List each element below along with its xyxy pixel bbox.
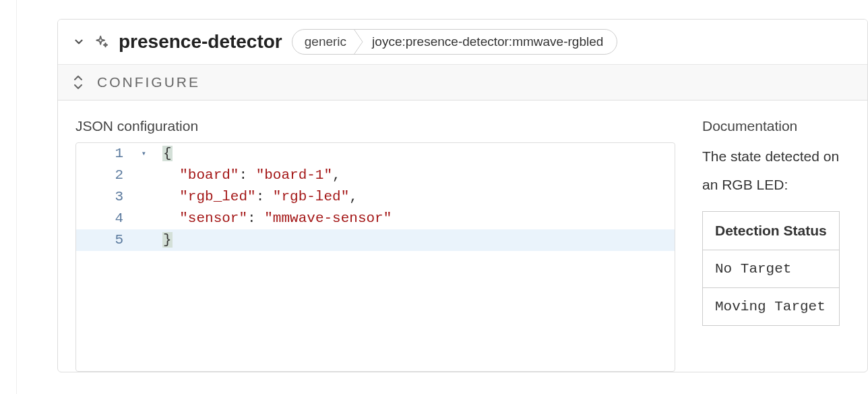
collapse-icon[interactable] <box>73 76 84 89</box>
breadcrumb-generic[interactable]: generic <box>292 30 360 54</box>
detection-status-table: Detection Status No Target Moving Target <box>702 211 840 326</box>
breadcrumb-model[interactable]: joyce:presence-detector:mmwave-rgbled <box>360 30 617 54</box>
json-config-label: JSON configuration <box>75 118 675 134</box>
line-number: 5 <box>115 232 123 248</box>
documentation-label: Documentation <box>702 118 850 134</box>
json-editor[interactable]: 1▾ { 2 "board": "board-1", 3 "rgb_led": … <box>75 142 675 372</box>
breadcrumb: generic joyce:presence-detector:mmwave-r… <box>292 29 618 55</box>
component-card: presence-detector generic joyce:presence… <box>57 19 868 372</box>
documentation-intro: The state detected on an RGB LED: <box>702 142 850 199</box>
left-rail <box>0 0 17 394</box>
sparkle-icon <box>94 34 109 49</box>
line-number: 3 <box>115 189 123 204</box>
code-value: "rgb-led" <box>273 189 349 204</box>
code-key: "sensor" <box>179 210 247 226</box>
table-row: Moving Target <box>703 288 840 326</box>
code-value: "mmwave-sensor" <box>264 210 392 226</box>
code-brace-open: { <box>162 146 173 161</box>
line-number: 1 <box>115 146 123 161</box>
code-value: "board-1" <box>256 167 332 183</box>
line-number: 2 <box>115 167 123 183</box>
component-title: presence-detector <box>119 31 282 53</box>
table-header: Detection Status <box>703 212 840 250</box>
line-number: 4 <box>115 210 123 226</box>
chevron-down-icon[interactable] <box>73 36 85 48</box>
table-row: No Target <box>703 250 840 288</box>
fold-arrow-icon[interactable]: ▾ <box>142 143 146 165</box>
configure-label: Configure <box>97 74 200 90</box>
code-key: "rgb_led" <box>179 189 255 204</box>
card-header: presence-detector generic joyce:presence… <box>58 20 867 65</box>
configure-bar[interactable]: Configure <box>58 65 867 101</box>
config-body: JSON configuration 1▾ { 2 "board": "boar… <box>58 101 867 372</box>
code-brace-close: } <box>162 232 173 248</box>
code-key: "board" <box>179 167 239 183</box>
